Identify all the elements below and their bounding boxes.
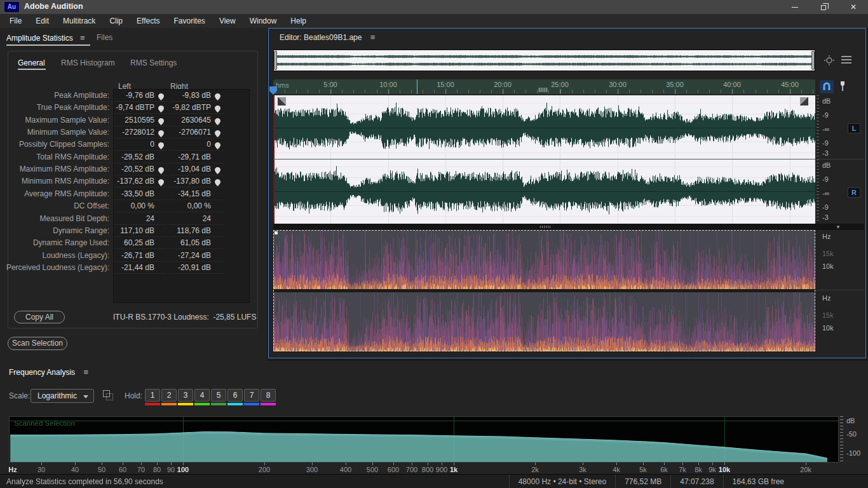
tab-rms-settings[interactable]: RMS Settings [130, 58, 177, 67]
hold-button-6[interactable]: 6 [227, 389, 243, 402]
selection-corner-handle-left[interactable] [278, 97, 286, 105]
tab-frequency-analysis[interactable]: Frequency Analysis ≡ [9, 367, 88, 377]
ruler-major-tick [675, 89, 675, 94]
menu-window[interactable]: Window [243, 14, 284, 28]
navigator-right-handle[interactable] [811, 51, 815, 70]
db-tick-strip-right [817, 159, 819, 223]
snapshot-icon[interactable] [103, 390, 114, 402]
hold-button-5[interactable]: 5 [211, 389, 226, 402]
stat-cell-right[interactable]: 0,00 % [169, 200, 224, 212]
view-splitter[interactable]: ▼ [273, 224, 864, 230]
stat-cell-right[interactable]: -29,71 dB [169, 151, 224, 163]
stat-cell-right[interactable]: -2706071 [169, 126, 224, 139]
editor-tab[interactable]: Editor: Beatles09B1.ape ≡ [280, 32, 375, 42]
stat-cell-right[interactable]: -9,83 dB [169, 90, 224, 102]
frequency-chart[interactable] [9, 416, 839, 463]
stat-value: -20,52 dB [121, 163, 154, 175]
menu-multitrack[interactable]: Multitrack [56, 14, 102, 28]
stat-cell-left[interactable]: -137,62 dB [114, 175, 167, 187]
stat-cell-left[interactable]: 0,00 % [114, 200, 167, 212]
hz-unit-label: Hz [822, 294, 831, 302]
stat-cell-right[interactable]: -20,91 dB [169, 262, 224, 274]
selection-handle-square[interactable] [275, 231, 278, 234]
x-axis-label-3k: 3k [579, 466, 587, 473]
scale-dropdown[interactable]: Logarithmic [31, 389, 94, 403]
display-options-icon[interactable] [841, 56, 851, 64]
stat-cell-left[interactable]: -20,52 dB [114, 163, 167, 175]
hold-button-1[interactable]: 1 [145, 389, 160, 402]
panel-menu-icon[interactable]: ≡ [80, 33, 85, 43]
timeline-ruler[interactable]: hms 5:0010:0015:0020:0025:0030:0035:0040… [273, 79, 815, 94]
stat-value: 117,10 dB [120, 225, 154, 237]
minimize-button[interactable] [780, 0, 810, 14]
hold-button-2[interactable]: 2 [161, 389, 177, 402]
waveform-display[interactable] [273, 95, 815, 224]
tab-rms-histogram[interactable]: RMS Histogram [61, 58, 115, 67]
panel-menu-icon[interactable]: ≡ [83, 367, 88, 377]
stat-cell-left[interactable]: 60,25 dB [114, 237, 167, 249]
stat-cell-left[interactable]: -26,71 dB [114, 250, 167, 262]
stat-cell-left[interactable]: 117,10 dB [114, 225, 167, 237]
stat-cell-right[interactable]: -9,82 dBTP [169, 102, 224, 114]
tab-files[interactable]: Files [97, 33, 112, 42]
channel-badge-left[interactable]: L [848, 123, 860, 133]
ruler-grip-icon[interactable] [539, 88, 548, 92]
hold-button-3[interactable]: 3 [178, 389, 193, 402]
menu-help[interactable]: Help [283, 14, 313, 28]
stat-cell-left[interactable]: -2728012 [114, 126, 167, 139]
tab-amplitude-statistics[interactable]: Amplitude Statistics ≡ [6, 33, 85, 43]
hold-color-bar [261, 403, 276, 405]
menu-clip[interactable]: Clip [102, 14, 130, 28]
stat-cell-right[interactable]: 24 [169, 213, 224, 225]
collapse-arrow-icon[interactable]: ▼ [836, 224, 841, 230]
channel-badge-right[interactable]: R [848, 187, 860, 198]
stat-cell-left[interactable]: 2510595 [114, 114, 167, 126]
stat-cell-left[interactable]: -29,52 dB [114, 151, 167, 163]
hold-button-7[interactable]: 7 [244, 389, 259, 402]
tab-general[interactable]: General [18, 58, 45, 67]
stat-cell-left[interactable]: -33,50 dB [114, 188, 167, 200]
stat-cell-left[interactable]: -9,74 dBTP [114, 102, 167, 114]
stat-cell-right[interactable]: 61,05 dB [169, 237, 224, 249]
menu-file[interactable]: File [3, 14, 29, 28]
ruler-major-tick [732, 89, 733, 94]
splitter-grip-icon[interactable] [540, 226, 550, 228]
stat-cell-left[interactable]: -21,44 dB [114, 262, 167, 274]
editor-panel-menu-icon[interactable]: ≡ [370, 32, 376, 42]
spectral-display[interactable] [273, 230, 815, 351]
db-tick-strip-left [817, 95, 819, 159]
menu-favorites[interactable]: Favorites [167, 14, 212, 28]
marker-pin-icon[interactable] [838, 81, 847, 92]
x-axis-label-10k: 10k [719, 466, 730, 473]
hold-button-4[interactable]: 4 [194, 389, 210, 402]
ruler-tick-label: 45:00 [781, 81, 799, 88]
stat-cell-right[interactable]: -137,80 dB [169, 175, 224, 187]
frequency-chart-canvas [10, 417, 838, 462]
stat-cell-right[interactable]: -27,24 dB [169, 250, 224, 262]
stat-cell-right[interactable]: 0 [169, 139, 224, 151]
overview-navigator[interactable] [273, 50, 815, 71]
stat-cell-right[interactable]: -19,04 dB [169, 163, 224, 175]
stat-cell-right[interactable]: -34,15 dB [169, 188, 224, 200]
scan-selection-button[interactable]: Scan Selection [8, 337, 67, 350]
x-axis-label-900: 900 [436, 466, 447, 473]
restore-button[interactable] [810, 0, 839, 14]
snap-toggle-button[interactable] [820, 80, 834, 93]
x-axis-tick [682, 463, 683, 465]
copy-all-button[interactable]: Copy All [14, 311, 65, 323]
stat-cell-right[interactable]: 2630645 [169, 114, 224, 126]
menu-effects[interactable]: Effects [130, 14, 166, 28]
menu-edit[interactable]: Edit [29, 14, 56, 28]
menu-view[interactable]: View [212, 14, 243, 28]
stat-cell-right[interactable]: 118,76 dB [169, 225, 224, 237]
stat-cell-left[interactable]: -9,76 dB [114, 90, 167, 102]
hold-button-8[interactable]: 8 [261, 389, 276, 402]
zoom-navigator-icon[interactable] [824, 55, 835, 66]
stat-cell-left[interactable]: 24 [114, 213, 167, 225]
x-axis-tick [643, 463, 644, 465]
selection-corner-handle-right[interactable] [800, 97, 808, 105]
stat-cell-left[interactable]: 0 [114, 139, 167, 151]
navigator-left-handle[interactable] [274, 51, 277, 70]
close-button[interactable]: ✕ [839, 0, 868, 14]
magnet-icon [820, 80, 834, 93]
